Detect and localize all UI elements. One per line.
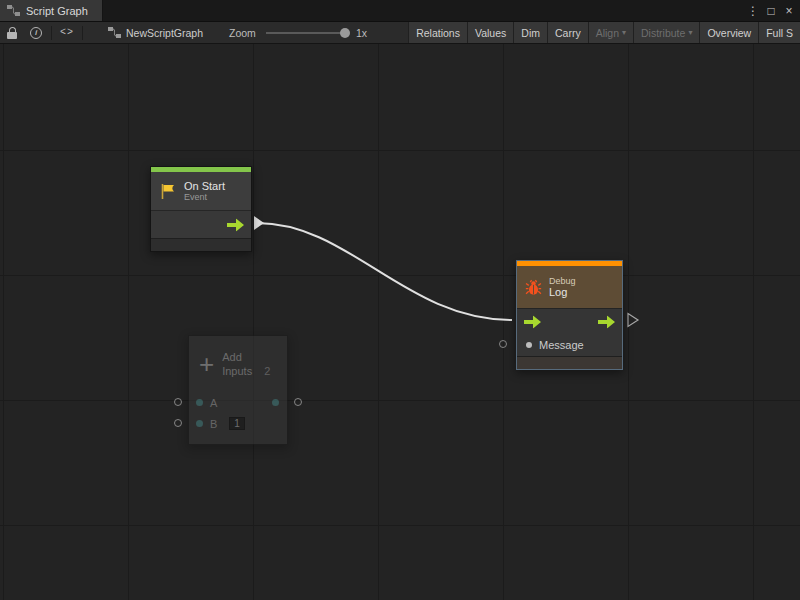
message-outer-port-circle[interactable] <box>499 340 507 348</box>
message-value-port[interactable] <box>526 342 532 348</box>
connections-layer <box>0 44 800 600</box>
port-a-outer-circle[interactable] <box>174 398 182 406</box>
align-button: Align ▾ <box>588 22 633 43</box>
window-controls: ⋮ □ × <box>744 0 800 21</box>
chevron-down-icon: ▾ <box>688 28 692 37</box>
close-icon[interactable]: × <box>780 1 798 21</box>
distribute-button: Distribute ▾ <box>633 22 699 43</box>
node-title: Log <box>549 286 576 298</box>
titlebar: Script Graph ⋮ □ × <box>0 0 800 22</box>
graph-icon <box>7 5 20 16</box>
node-debug-log[interactable]: Debug Log Message <box>516 260 623 370</box>
node-category: Debug <box>549 276 576 286</box>
script-graph-asset-icon <box>108 27 121 38</box>
plus-icon: + <box>199 353 214 375</box>
message-port-label: Message <box>539 339 584 351</box>
trigger-row <box>151 210 251 238</box>
node-subtitle: Event <box>184 192 225 202</box>
node-on-start[interactable]: On Start Event <box>150 166 252 252</box>
graph-name-label: NewScriptGraph <box>126 27 203 39</box>
fullscreen-button[interactable]: Full S <box>758 22 800 43</box>
node-header: + Add Inputs 2 <box>189 336 287 392</box>
trigger-row <box>517 308 622 334</box>
port-a-label: A <box>210 397 217 409</box>
value-port-a[interactable] <box>196 399 203 406</box>
flag-icon <box>159 183 177 200</box>
carry-button[interactable]: Carry <box>547 22 588 43</box>
value-output-port[interactable] <box>272 399 279 406</box>
port-b-label: B <box>210 418 217 430</box>
tab-title: Script Graph <box>26 5 88 17</box>
trigger-input-port[interactable] <box>524 315 541 328</box>
zoom-label: Zoom <box>229 27 256 39</box>
node-title-line2: Inputs <box>222 364 252 378</box>
info-icon[interactable]: i <box>24 22 48 43</box>
script-graph-window: Script Graph ⋮ □ × i <> NewScriptGraph Z… <box>0 0 800 600</box>
port-b-outer-circle[interactable] <box>174 419 182 427</box>
relations-button[interactable]: Relations <box>408 22 467 43</box>
zoom-slider-thumb[interactable] <box>340 28 350 38</box>
node-title-line1: Add <box>222 350 270 364</box>
toolbar-separator <box>82 26 83 40</box>
node-footer <box>517 356 622 369</box>
node-footer <box>151 238 251 251</box>
code-view-icon[interactable]: <> <box>55 22 79 43</box>
output-outer-circle[interactable] <box>294 398 302 406</box>
node-add-inputs-ghost[interactable]: + Add Inputs 2 A B 1 <box>188 335 288 445</box>
graph-name-button[interactable]: NewScriptGraph <box>108 27 203 39</box>
graph-canvas[interactable]: On Start Event <box>0 44 800 600</box>
graph-toolbar: i <> NewScriptGraph Zoom 1x Relations Va… <box>0 22 800 44</box>
node-header: Debug Log <box>517 266 622 308</box>
input-count: 2 <box>264 364 270 378</box>
wire-onstart-to-log[interactable] <box>257 223 512 320</box>
trigger-output-port[interactable] <box>227 218 244 231</box>
value-port-b[interactable] <box>196 420 203 427</box>
overview-button[interactable]: Overview <box>699 22 758 43</box>
lock-icon[interactable] <box>0 22 24 43</box>
message-port-row: Message <box>517 334 622 356</box>
node-title: On Start <box>184 180 225 192</box>
kebab-menu-icon[interactable]: ⋮ <box>744 1 762 21</box>
dim-button[interactable]: Dim <box>513 22 547 43</box>
chevron-down-icon: ▾ <box>622 28 626 37</box>
bug-icon <box>525 279 542 296</box>
tab-script-graph[interactable]: Script Graph <box>0 0 103 21</box>
values-button[interactable]: Values <box>467 22 513 43</box>
toolbar-separator <box>51 26 52 40</box>
node-header: On Start Event <box>151 172 251 210</box>
zoom-value: 1x <box>356 27 367 39</box>
zoom-slider[interactable] <box>266 32 348 34</box>
port-row-b: B 1 <box>189 413 287 434</box>
toolbar-buttons: Relations Values Dim Carry Align ▾ Distr… <box>408 22 800 43</box>
port-b-value-field[interactable]: 1 <box>229 417 245 430</box>
maximize-icon[interactable]: □ <box>762 1 780 21</box>
output-direction-arrow-icon <box>628 314 638 327</box>
trigger-output-port[interactable] <box>598 315 615 328</box>
wire-start-arrow-icon <box>254 216 264 230</box>
